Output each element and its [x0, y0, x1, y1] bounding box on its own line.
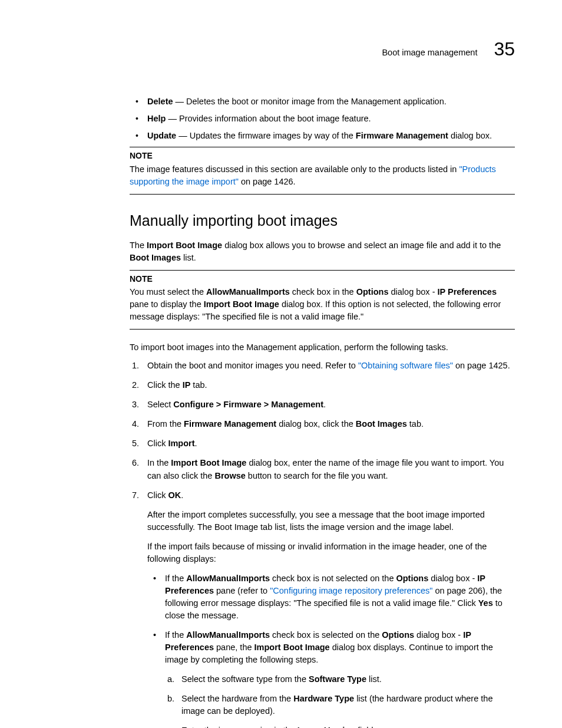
b: Firmware Management [184, 419, 276, 429]
page: Boot image management 35 Delete — Delete… [0, 0, 562, 728]
link-obtaining-files[interactable]: "Obtaining software files" [358, 361, 453, 370]
text: field. [355, 726, 376, 728]
label: Help [147, 114, 166, 123]
note-1: NOTE The image features discussed in thi… [130, 147, 515, 194]
intro-para: The Import Boot Image dialog box allows … [130, 239, 515, 264]
b: AllowManualImports [206, 287, 290, 297]
b: IP [183, 380, 191, 390]
section-heading: Manually importing boot images [130, 210, 515, 231]
note-body: You must select the AllowManualImports c… [130, 286, 515, 323]
letter-b: Select the hardware from the Hardware Ty… [165, 693, 515, 717]
page-header: Boot image management 35 [47, 35, 515, 62]
step-3: Select Configure > Firmware > Management… [130, 398, 515, 411]
label: Delete [147, 97, 173, 106]
text: You must select the [130, 287, 206, 297]
b: Import Boot Image [254, 643, 330, 652]
letter-c: Enter the image version in the Image Ver… [165, 724, 515, 728]
text: dialog box allows you to browse and sele… [222, 241, 501, 250]
fm: Firmware Management [356, 131, 448, 140]
note-label: NOTE [130, 150, 515, 162]
chapter-number: 35 [494, 35, 515, 62]
b: Options [356, 287, 389, 297]
text: list. [366, 674, 382, 684]
step-7: Click OK. After the import completes suc… [130, 489, 515, 728]
b: Import Boot Image [147, 241, 222, 250]
step-5: Click Import. [130, 437, 515, 450]
text: Select the hardware from the [181, 694, 293, 703]
p2: If the import fails because of missing o… [147, 541, 515, 565]
text: tab. [407, 419, 424, 429]
text: If the [165, 630, 186, 640]
bullet-update: Update — Updates the firmware images by … [130, 130, 515, 142]
b: IP Preferences [438, 287, 497, 297]
lead-in: To import boot images into the Managemen… [130, 341, 515, 354]
text: on page 1426. [239, 177, 296, 186]
text: . [195, 439, 197, 448]
b: AllowManualImports [186, 630, 270, 640]
text: Enter the image version in the [181, 726, 297, 728]
text: The [130, 241, 147, 250]
b: Import Boot Image [171, 458, 246, 467]
b: Boot Images [130, 253, 181, 262]
note-2: NOTE You must select the AllowManualImpo… [130, 270, 515, 330]
b: Yes [478, 598, 493, 608]
b: Import Boot Image [204, 299, 279, 309]
text: . [323, 400, 326, 409]
sub-1: If the AllowManualImports check box is n… [147, 572, 515, 622]
b: Browse [214, 471, 245, 480]
steps-list: Obtain the boot and monitor images you n… [130, 360, 515, 728]
text: dialog box - [388, 287, 437, 297]
b: Boot Images [356, 419, 407, 429]
letter-a: Select the software type from the Softwa… [165, 673, 515, 686]
text: check box is not selected on the [270, 574, 396, 583]
text: If the [165, 574, 186, 583]
b: Configure > Firmware > Management [173, 400, 323, 409]
step-4: From the Firmware Management dialog box,… [130, 418, 515, 430]
note-body: The image features discussed in this sec… [130, 163, 515, 188]
text: check box in the [290, 287, 356, 297]
text: tab. [190, 380, 207, 390]
sub-2: If the AllowManualImports check box is s… [147, 629, 515, 728]
b: Software Type [309, 674, 366, 684]
b: AllowManualImports [186, 574, 270, 583]
bullet-delete: Delete — Deletes the boot or monitor ima… [130, 95, 515, 108]
text: list. [181, 253, 196, 262]
label: Update [147, 131, 176, 140]
text: — Deletes the boot or monitor image from… [173, 97, 447, 106]
text: check box is selected on the [270, 630, 382, 640]
text: on page 1425. [453, 361, 510, 370]
letter-steps: Select the software type from the Softwa… [165, 673, 515, 728]
step-2: Click the IP tab. [130, 379, 515, 391]
p1: After the import completes successfully,… [147, 509, 515, 533]
b: Image Version [297, 726, 355, 728]
text: Click [147, 439, 168, 448]
b: Hardware Type [293, 694, 354, 703]
text: The image features discussed in this sec… [130, 164, 459, 174]
note-label: NOTE [130, 273, 515, 285]
running-head: Boot image management [382, 47, 477, 59]
step-1: Obtain the boot and monitor images you n… [130, 360, 515, 372]
text: — Updates the firmware images by way of … [176, 131, 356, 140]
text: button to search for the file you want. [246, 471, 388, 480]
b: Options [396, 574, 428, 583]
text: . [181, 490, 183, 500]
b: OK [168, 490, 181, 500]
feature-bullets: Delete — Deletes the boot or monitor ima… [130, 95, 515, 142]
b: Import [168, 439, 194, 448]
text: dialog box - [428, 574, 477, 583]
text: Select the software type from the [181, 674, 309, 684]
text: dialog box, click the [276, 419, 356, 429]
text: pane (refer to [214, 586, 270, 595]
link-config-prefs[interactable]: "Configuring image repository preference… [270, 586, 432, 595]
b: Options [382, 630, 414, 640]
text: Click [147, 490, 168, 500]
bullet-help: Help — Provides information about the bo… [130, 113, 515, 125]
text: From the [147, 419, 184, 429]
text: dialog box - [414, 630, 463, 640]
content-area: Delete — Deletes the boot or monitor ima… [47, 95, 515, 728]
step-7-body: After the import completes successfully,… [147, 509, 515, 728]
text: pane to display the [130, 299, 204, 309]
sub-bullets: If the AllowManualImports check box is n… [147, 572, 515, 728]
text: dialog box. [448, 131, 492, 140]
text: pane, the [214, 643, 254, 652]
